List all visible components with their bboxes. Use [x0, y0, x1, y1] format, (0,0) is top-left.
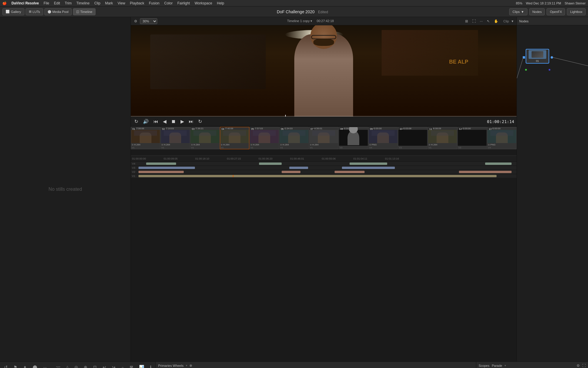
gallery-panel: No stills created	[0, 17, 131, 362]
viewer-right-controls: ⊞ ⛶ ··· ↖ ✋ Clip ▾	[464, 19, 515, 24]
nodes-canvas: 01	[517, 25, 588, 362]
viewer-fullscreen-btn[interactable]: ⛶	[471, 19, 477, 24]
clip-05[interactable]: 05 00:27:57:03 ⊙ H.264 V1	[250, 127, 279, 149]
highlight-btn[interactable]: ⬤	[31, 364, 39, 368]
clip-07[interactable]: 07 00:34:56:01 ⊙ H.264 V1	[309, 127, 338, 149]
clip-num-12: 12	[458, 127, 462, 130]
node-input-dot	[523, 56, 525, 59]
menu-fairlight[interactable]: Fairlight	[177, 1, 190, 5]
toolbar-right: Clips ▼ Nodes OpenFX Lightbox	[509, 8, 586, 15]
more-color-btn[interactable]: ···	[41, 364, 49, 368]
hand-btn[interactable]: ✋	[492, 19, 500, 24]
track-v2: V2	[131, 170, 517, 174]
clip-04[interactable]: 04 00:27:40:06 ⊙ H.264 V1	[220, 127, 249, 149]
clip-02[interactable]: 02 00:17:16:03 ⊙ H.264 V1	[161, 127, 190, 149]
primaries-dot	[190, 364, 192, 367]
stabilize-btn[interactable]: ⊠	[128, 364, 135, 368]
flag-btn[interactable]: ⚑	[12, 364, 19, 368]
track-v2-content	[138, 171, 515, 173]
prev-frame-btn[interactable]: ◀	[162, 118, 168, 125]
go-end-btn[interactable]: ⏭	[188, 118, 195, 125]
ruler-mark-4: 01:00:36:20	[258, 157, 273, 160]
ruler-mark-3: 01:00:27:15	[227, 157, 241, 160]
luts-tab[interactable]: ⊞ LUTs	[26, 8, 43, 15]
scopes-title: Scopes	[479, 364, 490, 367]
menu-color[interactable]: Color	[164, 1, 173, 5]
menu-workspace[interactable]: Workspace	[195, 1, 212, 5]
viewer-grid-btn[interactable]: ⊞	[464, 19, 470, 24]
user-name: Shawn Steiner	[564, 1, 586, 5]
project-title: DoF Challenge 2020 Edited	[97, 9, 508, 14]
nodes-panel: Nodes 01	[517, 17, 588, 362]
menu-playback[interactable]: Playback	[130, 1, 144, 5]
nodes-btn[interactable]: Nodes	[529, 8, 545, 15]
scope-btn[interactable]: 📊	[137, 364, 146, 368]
go-start-btn[interactable]: ⏮	[152, 118, 159, 125]
node-color-dot	[525, 69, 527, 71]
apple-menu[interactable]: 🍎	[2, 1, 7, 5]
primaries-dropdown[interactable]: ▾	[186, 364, 187, 367]
gallery-tab[interactable]: ⬜ Gallery	[2, 8, 24, 15]
clip-track-11: V1	[428, 146, 457, 149]
menu-trim[interactable]: Trim	[65, 1, 72, 5]
clips-view-btn[interactable]: Clips ▼	[509, 8, 527, 15]
wave-btn[interactable]: 〰	[54, 364, 62, 368]
clip-03[interactable]: 03 00:27:36:21 ⊙ H.264 V1	[190, 127, 220, 149]
redo-color-btn[interactable]: ↪	[110, 364, 117, 368]
track-v3: V3	[131, 166, 517, 170]
menu-clip[interactable]: Clip	[94, 1, 101, 5]
zoom-select[interactable]: 30% 50% 100%	[140, 18, 157, 24]
menu-view[interactable]: View	[118, 1, 125, 5]
viewer-options-btn[interactable]: ⚙	[133, 19, 139, 24]
menu-mark[interactable]: Mark	[105, 1, 113, 5]
undo-color-btn[interactable]: ↩	[101, 364, 108, 368]
clip-mode-label: Clip	[503, 19, 509, 23]
reset-btn[interactable]: ↺	[2, 364, 9, 368]
clip-08[interactable]: 08 00:00:00:00 V3	[339, 127, 368, 149]
clip-01[interactable]: 01 00:17:06:06 ⊙ H.264 V1	[131, 127, 160, 149]
clip-09[interactable]: 09 00:00:00:00 ⊙ PNG V4	[368, 127, 398, 149]
resize-btn[interactable]: ⊡	[91, 364, 98, 368]
info-btn[interactable]: ℹ	[148, 364, 153, 368]
node-01[interactable]: 01	[526, 49, 549, 64]
scopes-fullscreen-btn[interactable]: ⛶	[582, 364, 586, 368]
motion-btn[interactable]: ⬦	[120, 364, 126, 368]
clip-num-08: 08	[340, 127, 344, 130]
menu-edit[interactable]: Edit	[54, 1, 60, 5]
clip-track-04: V1	[220, 146, 249, 149]
clip-12[interactable]: 12 00:00:00:00 V3	[457, 127, 487, 149]
lightbox-btn[interactable]: Lightbox	[567, 8, 586, 15]
blur-btn[interactable]: ◎	[73, 364, 80, 368]
play-btn[interactable]: ▶	[179, 118, 185, 125]
color-picker-btn[interactable]: ✦	[21, 364, 29, 368]
menu-file[interactable]: File	[44, 1, 49, 5]
clip-mode-btn[interactable]: ▾	[510, 19, 515, 24]
clip-11[interactable]: 11 00:36:08:09 ⊙ H.264 V1	[428, 127, 457, 149]
clip-format-09: ⊙ PNG	[369, 143, 397, 146]
menu-help[interactable]: Help	[217, 1, 224, 5]
menu-timeline[interactable]: Timeline	[76, 1, 90, 5]
clip-format-06: ⊙ H.264	[280, 143, 308, 146]
clip-06[interactable]: 06 00:32:34:03 ⊙ H.264 V1	[279, 127, 309, 149]
audio-btn[interactable]: 🔊	[142, 118, 150, 125]
clip-format-07: ⊙ H.264	[309, 143, 338, 146]
app-name: DaVinci Resolve	[11, 1, 39, 5]
stop-btn[interactable]: ⏹	[170, 118, 177, 125]
scopes-settings-btn[interactable]: ⚙	[577, 364, 580, 368]
viewer-more-btn[interactable]: ···	[478, 19, 484, 24]
clip-track-13: V4	[487, 146, 516, 149]
openfx-btn[interactable]: OpenFX	[547, 8, 565, 15]
transform-btn[interactable]: ⊕	[82, 364, 89, 368]
loop-btn[interactable]: ↻	[133, 118, 139, 125]
cursor-btn[interactable]: ↖	[485, 19, 491, 24]
timeline-tab[interactable]: ◫ Timeline	[73, 8, 96, 15]
clip-timeline: 01 00:17:06:06 ⊙ H.264 V1 02 00:17:16:03…	[131, 126, 517, 155]
clip-13[interactable]: 13 00:00:00:00 ⊙ PNG V4	[487, 127, 517, 149]
loop-end-btn[interactable]: ↻	[197, 118, 203, 125]
clip-10[interactable]: 10 00:00:03:08 V3	[398, 127, 427, 149]
menu-fusion[interactable]: Fusion	[149, 1, 160, 5]
media-pool-tab[interactable]: ⬤ Media Pool	[44, 8, 72, 15]
scopes-dropdown[interactable]: ▾	[505, 364, 506, 367]
key-btn[interactable]: ⎀	[64, 364, 70, 368]
clip-format-03: ⊙ H.264	[191, 143, 219, 146]
